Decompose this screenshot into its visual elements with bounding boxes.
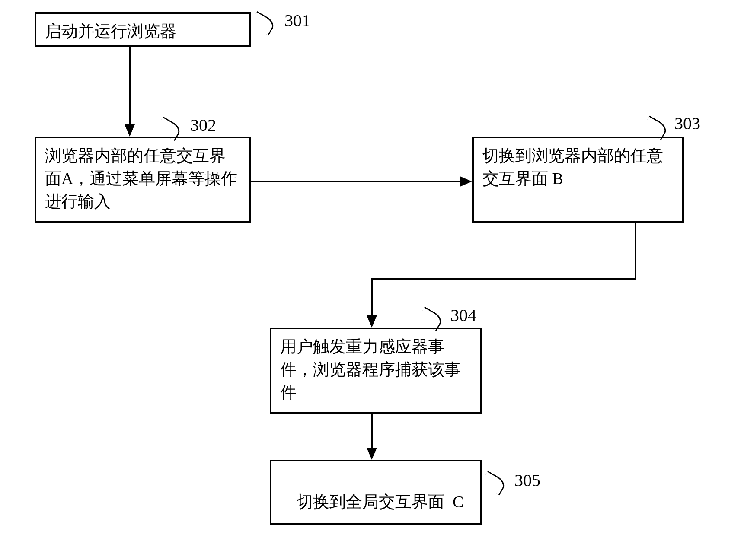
svg-marker-4: [367, 315, 377, 328]
arrow-302-to-303: [251, 173, 476, 190]
svg-marker-3: [460, 176, 472, 187]
step-label-303: 303: [674, 113, 700, 134]
step-label-302: 302: [190, 115, 216, 135]
arrow-301-to-302: [121, 47, 138, 137]
step-text: 切换到全局交互界面 C: [288, 493, 463, 511]
svg-marker-6: [367, 448, 377, 460]
step-box-303: 切换到浏览器内部的任意交互界面 B: [472, 137, 684, 223]
arrow-303-to-304: [354, 223, 657, 331]
step-box-301: 启动并运行浏览器: [35, 12, 251, 47]
step-text: 用户触发重力感应器事件，浏览器程序捕获该事件: [280, 337, 461, 401]
arrow-304-to-305: [363, 414, 380, 462]
step-box-304: 用户触发重力感应器事件，浏览器程序捕获该事件: [270, 328, 482, 414]
step-box-305: 切换到全局交互界面 C: [270, 460, 482, 525]
svg-marker-1: [125, 124, 135, 137]
step-text: 启动并运行浏览器: [45, 22, 176, 40]
step-label-304: 304: [450, 305, 476, 325]
step-text: 切换到浏览器内部的任意交互界面 B: [482, 146, 663, 188]
step-label-305: 305: [514, 470, 540, 490]
step-text: 浏览器内部的任意交互界面A，通过菜单屏幕等操作进行输入: [45, 146, 237, 210]
label-hook-305: [480, 471, 507, 495]
step-label-301: 301: [284, 10, 310, 31]
step-box-302: 浏览器内部的任意交互界面A，通过菜单屏幕等操作进行输入: [35, 137, 251, 223]
label-hook-301: [249, 11, 276, 35]
